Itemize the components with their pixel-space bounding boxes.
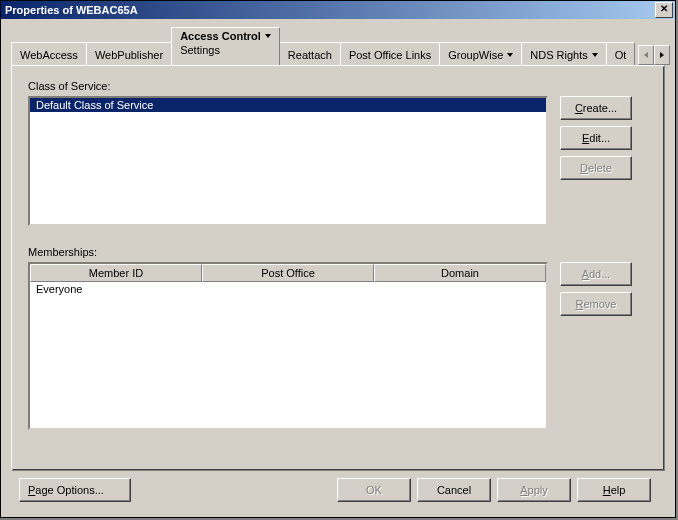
create-button[interactable]: Create... (560, 96, 632, 120)
column-post-office[interactable]: Post Office (202, 264, 374, 282)
memberships-buttons: Add... Remove (560, 262, 632, 322)
tab-scroll-buttons (638, 45, 670, 65)
page-options-button[interactable]: Page Options... (19, 478, 131, 502)
edit-button[interactable]: Edit... (560, 126, 632, 150)
chevron-right-icon (660, 52, 664, 58)
table-row[interactable]: Everyone (30, 282, 546, 296)
cell-member-id: Everyone (32, 282, 212, 296)
chevron-down-icon (507, 53, 513, 57)
tab-strip: WebAccess WebPublisher Access Control Se… (11, 29, 665, 65)
list-item[interactable]: Default Class of Service (30, 98, 546, 112)
tab-label: Access Control (180, 30, 261, 42)
cancel-button[interactable]: Cancel (417, 478, 491, 502)
chevron-left-icon (644, 52, 648, 58)
tab-webpublisher[interactable]: WebPublisher (86, 42, 172, 65)
client-area: WebAccess WebPublisher Access Control Se… (1, 19, 675, 517)
properties-dialog: Properties of WEBAC65A ✕ WebAccess WebPu… (0, 0, 676, 518)
tab-scroll-left[interactable] (638, 45, 654, 65)
window-title: Properties of WEBAC65A (5, 4, 655, 16)
add-button[interactable]: Add... (560, 262, 632, 286)
tab-label: WebPublisher (95, 49, 163, 61)
cos-buttons: Create... Edit... Delete (560, 96, 632, 186)
ok-button[interactable]: OK (337, 478, 411, 502)
help-button[interactable]: Help (577, 478, 651, 502)
chevron-down-icon (265, 34, 271, 38)
tab-label: Ot (615, 49, 627, 61)
table-header: Member ID Post Office Domain (30, 264, 546, 282)
chevron-down-icon (592, 53, 598, 57)
tab-nds-rights[interactable]: NDS Rights (521, 42, 606, 65)
class-of-service-list[interactable]: Default Class of Service (28, 96, 548, 226)
memberships-row: Member ID Post Office Domain Everyone Ad… (28, 262, 648, 430)
tab-label: WebAccess (20, 49, 78, 61)
class-of-service-label: Class of Service: (28, 80, 648, 92)
column-domain[interactable]: Domain (374, 264, 546, 282)
remove-button[interactable]: Remove (560, 292, 632, 316)
memberships-table[interactable]: Member ID Post Office Domain Everyone (28, 262, 548, 430)
memberships-label: Memberships: (28, 246, 648, 258)
tab-label: Reattach (288, 49, 332, 61)
delete-button[interactable]: Delete (560, 156, 632, 180)
tab-label: NDS Rights (530, 49, 587, 61)
tab-webaccess[interactable]: WebAccess (11, 42, 87, 65)
title-bar: Properties of WEBAC65A ✕ (1, 1, 675, 19)
tab-reattach[interactable]: Reattach (279, 42, 341, 65)
tab-label: Post Office Links (349, 49, 431, 61)
column-member-id[interactable]: Member ID (30, 264, 202, 282)
class-of-service-row: Default Class of Service Create... Edit.… (28, 96, 648, 226)
apply-button[interactable]: Apply (497, 478, 571, 502)
tab-access-control[interactable]: Access Control Settings (171, 27, 280, 65)
tab-panel: Class of Service: Default Class of Servi… (11, 65, 665, 471)
tab-label: GroupWise (448, 49, 503, 61)
tab-groupwise[interactable]: GroupWise (439, 42, 522, 65)
close-button[interactable]: ✕ (655, 2, 673, 18)
tab-scroll-right[interactable] (654, 45, 670, 65)
memberships-section: Memberships: Member ID Post Office Domai… (28, 246, 648, 430)
tab-subpage: Settings (180, 44, 220, 56)
tab-other-truncated[interactable]: Ot (606, 42, 636, 65)
bottom-bar: Page Options... OK Cancel Apply Help (11, 471, 665, 509)
tab-post-office-links[interactable]: Post Office Links (340, 42, 440, 65)
